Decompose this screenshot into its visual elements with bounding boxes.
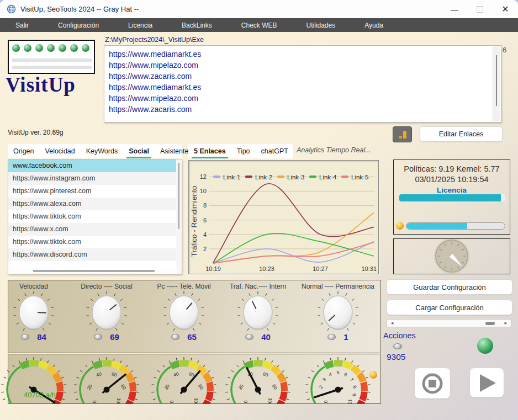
stop-button[interactable] bbox=[415, 368, 450, 398]
list-item[interactable]: https://www.discord.com bbox=[8, 248, 182, 261]
svg-text:100: 100 bbox=[115, 397, 121, 404]
scroll-right-icon[interactable]: ► bbox=[504, 321, 508, 326]
menu-item-backlinks[interactable]: BackLinks bbox=[182, 22, 212, 29]
close-button[interactable]: ✕ bbox=[493, 0, 518, 18]
tab-social[interactable]: Social bbox=[123, 144, 155, 158]
edit-links-label: Editar Enlaces bbox=[439, 130, 484, 138]
menu-bar: SalirConfiguraciónLicenciaBackLinksCheck… bbox=[0, 18, 518, 32]
knob-label: Velocidad bbox=[19, 283, 48, 290]
menu-item-licencia[interactable]: Licencia bbox=[128, 22, 152, 29]
menu-item-configuraci-n[interactable]: Configuración bbox=[58, 22, 99, 29]
knob-dial[interactable] bbox=[162, 290, 205, 334]
svg-text:100: 100 bbox=[193, 397, 199, 404]
play-icon bbox=[476, 372, 498, 394]
url-entry[interactable]: https://www.mipelazo.com bbox=[109, 93, 496, 104]
svg-text:Link-5: Link-5 bbox=[351, 174, 368, 180]
chart-canvas: 2468101210:1910:2310:2710:31Link-1Link-2… bbox=[189, 161, 378, 274]
menu-item-utilidades[interactable]: Utilidades bbox=[306, 22, 335, 29]
menu-item-ayuda[interactable]: Ayuda bbox=[364, 22, 383, 29]
svg-text:10: 10 bbox=[200, 188, 207, 194]
play-button[interactable] bbox=[470, 368, 504, 397]
tab-velocidad[interactable]: Velocidad bbox=[40, 144, 81, 158]
gauge-panel: 40702 a/h0204060801000204060801000204060… bbox=[8, 354, 381, 404]
tab-tipo[interactable]: Tipo bbox=[231, 144, 256, 158]
config-hscrollbar[interactable]: ◄ ► bbox=[387, 319, 511, 327]
svg-text:100: 100 bbox=[267, 397, 273, 404]
knob-readout: 65 bbox=[171, 332, 197, 342]
url-list[interactable]: https://www.mediamarkt.eshttps://www.mip… bbox=[104, 45, 501, 123]
social-url-list[interactable]: www.facebook.comhttps://www.instagram.co… bbox=[8, 159, 182, 274]
logo-box bbox=[8, 40, 95, 74]
edit-links-button[interactable]: Editar Enlaces bbox=[420, 126, 503, 142]
svg-text:4: 4 bbox=[203, 231, 207, 238]
menu-item-salir[interactable]: Salir bbox=[15, 22, 29, 29]
svg-text:10:23: 10:23 bbox=[259, 265, 274, 272]
window-title: VisitUp, SeoTools 2024 -- Gray Hat -- bbox=[20, 5, 139, 13]
list-item[interactable]: www.facebook.com bbox=[8, 160, 182, 172]
globe-icon bbox=[7, 4, 16, 14]
url-count-label: 6 bbox=[503, 46, 506, 54]
list-item[interactable]: https://www.pinterest.com bbox=[8, 185, 182, 198]
svg-text:6: 6 bbox=[203, 217, 207, 224]
scrollbar-thumb[interactable] bbox=[485, 322, 495, 325]
svg-text:5: 5 bbox=[337, 370, 340, 375]
tab-analytics-realtime[interactable]: Analytics Tiempo Real... bbox=[297, 146, 371, 154]
url-entry[interactable]: https://www.mipelazo.com bbox=[109, 60, 496, 71]
knob-dial[interactable] bbox=[236, 290, 279, 334]
list-item[interactable]: https://www.alexa.com bbox=[8, 198, 182, 210]
knob-dial[interactable] bbox=[12, 290, 55, 334]
url-entry[interactable]: https://www.mediamarkt.es bbox=[109, 82, 496, 93]
license-label: Licencia bbox=[394, 186, 510, 194]
svg-text:2: 2 bbox=[318, 384, 324, 390]
analytics-button[interactable] bbox=[393, 126, 412, 142]
knob-2: Directo ---- Social69 bbox=[71, 283, 142, 342]
status-box: Políticas: 9.19 Kernel: 5.77 03/01/2025 … bbox=[393, 160, 510, 235]
load-config-button[interactable]: Cargar Configuración bbox=[387, 300, 512, 315]
title-bar: VisitUp, SeoTools 2024 -- Gray Hat -- — … bbox=[0, 0, 518, 18]
save-config-button[interactable]: Guardar Configuración bbox=[387, 279, 512, 295]
maximize-button[interactable] bbox=[467, 0, 493, 18]
gauge-2: 020406080100 bbox=[71, 355, 142, 404]
version-label: VisitUp ver. 20.69g bbox=[8, 129, 64, 136]
social-list-hscrollbar[interactable] bbox=[8, 267, 177, 274]
tab-chatgpt[interactable]: chatGPT bbox=[256, 144, 294, 158]
save-config-label: Guardar Configuración bbox=[413, 283, 486, 291]
tab-origen[interactable]: Origen bbox=[8, 144, 40, 158]
list-item[interactable]: https://www.x.com bbox=[8, 223, 182, 236]
svg-text:0: 0 bbox=[323, 400, 329, 403]
list-item[interactable]: https://www.tiktok.com bbox=[8, 210, 182, 223]
svg-text:2: 2 bbox=[203, 246, 207, 252]
app-window: VisitUp, SeoTools 2024 -- Gray Hat -- — … bbox=[0, 0, 518, 420]
gauge-dial: 020406080100 bbox=[150, 355, 218, 404]
url-entry[interactable]: https://www.zacaris.com bbox=[109, 71, 496, 82]
knob-label: Pc ----- Telé. Móvil bbox=[157, 283, 210, 290]
scroll-left-icon[interactable]: ◄ bbox=[390, 321, 394, 326]
svg-text:8: 8 bbox=[352, 384, 358, 390]
logo-text: VisitUp bbox=[6, 73, 102, 97]
svg-text:60: 60 bbox=[111, 371, 118, 378]
knob-1: Velocidad84 bbox=[0, 283, 70, 342]
menu-item-check-web[interactable]: Check WEB bbox=[241, 22, 277, 29]
svg-text:10: 10 bbox=[347, 399, 353, 404]
list-item[interactable]: https://www.tiktok.com bbox=[8, 236, 182, 248]
url-entry[interactable]: https://www.zacaris.com bbox=[109, 104, 496, 115]
knob-dial[interactable] bbox=[85, 290, 128, 334]
tab-keywords[interactable]: KeyWords bbox=[81, 144, 123, 158]
actions-label: Acciones bbox=[383, 331, 416, 340]
minimize-button[interactable]: — bbox=[442, 0, 467, 18]
gauge-3: 020406080100 bbox=[148, 355, 220, 404]
url-list-scrollbar[interactable] bbox=[493, 46, 500, 121]
actions-led-icon bbox=[393, 343, 402, 349]
knob-led-icon bbox=[94, 334, 102, 340]
knob-value: 65 bbox=[187, 332, 197, 342]
social-list-vscrollbar[interactable] bbox=[176, 160, 182, 274]
svg-text:20: 20 bbox=[163, 383, 171, 391]
left-tab-strip: OrigenVelocidadKeyWordsSocialAsistente bbox=[8, 144, 182, 158]
close-icon: ✕ bbox=[501, 4, 509, 14]
svg-text:12: 12 bbox=[200, 173, 207, 180]
tab-5-enlaces[interactable]: 5 Enlaces bbox=[188, 144, 231, 158]
knob-dial[interactable] bbox=[316, 290, 360, 334]
url-entry[interactable]: https://www.mediamarkt.es bbox=[109, 49, 496, 60]
knob-value: 84 bbox=[37, 332, 46, 342]
list-item[interactable]: https://www.instagram.com bbox=[8, 172, 182, 185]
